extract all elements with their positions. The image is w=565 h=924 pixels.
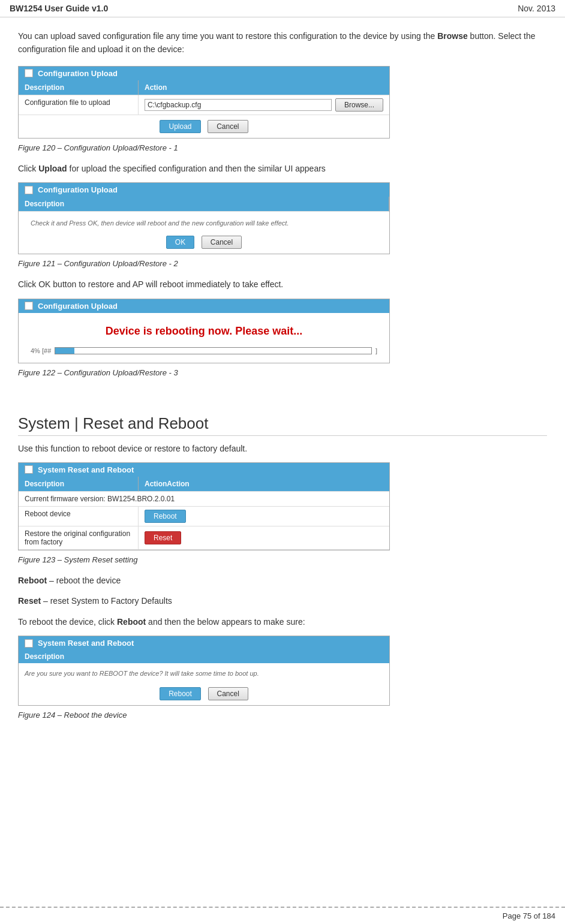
reset-label-text: Reset – reset System to Factory Defaults xyxy=(18,594,547,607)
figure-123-box: System Reset and Reboot Description Acti… xyxy=(18,462,390,550)
reboot-message: Device is rebooting now. Please wait... xyxy=(19,313,389,344)
figure-123-header-row: Description ActionAction xyxy=(19,477,389,492)
click-upload-text: Click Upload for upload the specified co… xyxy=(18,162,547,175)
progress-end: ] xyxy=(375,347,377,354)
browse-button[interactable]: Browse... xyxy=(335,98,383,112)
config-icon xyxy=(25,69,33,77)
figure-122-caption: Figure 122 – Configuration Upload/Restor… xyxy=(18,368,547,377)
cancel-button-120[interactable]: Cancel xyxy=(208,120,248,133)
config-icon-121 xyxy=(25,186,33,194)
col-desc-header-123: Description xyxy=(19,477,139,492)
fig123-reboot-action: Reboot xyxy=(139,507,389,526)
progress-bar: 4% [## ] xyxy=(31,347,377,354)
section-heading: System | Reset and Reboot xyxy=(18,414,547,436)
system-icon-123 xyxy=(25,465,33,474)
col-desc-header: Description xyxy=(19,80,139,95)
col-action-header-123: ActionAction xyxy=(139,477,389,492)
section-intro: Use this function to reboot device or re… xyxy=(18,442,547,455)
page-header: BW1254 User Guide v1.0 Nov. 2013 xyxy=(0,0,565,17)
progress-bar-inner xyxy=(55,348,74,354)
figure-120-row1: Configuration file to upload C:\cfgbacku… xyxy=(19,95,389,115)
figure-124-header: System Reset and Reboot xyxy=(19,636,389,650)
figure-121-check-row: Check it and Press OK, then device will … xyxy=(19,212,389,231)
figure-120-header: Configuration Upload xyxy=(19,67,389,80)
reboot-confirm-message: Are you sure you want to REBOOT the devi… xyxy=(25,670,259,677)
page-footer: Page 75 of 184 xyxy=(0,907,565,924)
fig120-file-path[interactable]: C:\cfgbackup.cfg xyxy=(145,99,332,111)
fig120-action: C:\cfgbackup.cfg Browse... xyxy=(139,95,389,115)
figure-121-caption: Figure 121 – Configuration Upload/Restor… xyxy=(18,259,547,268)
reboot-button-124[interactable]: Reboot xyxy=(160,687,201,700)
document-date: Nov. 2013 xyxy=(518,4,555,13)
figure-123-row1: Current firmware version: BW1254.BRO.2.0… xyxy=(19,492,389,507)
figure-120-header-row: Description Action xyxy=(19,80,389,95)
col-action-header: Action xyxy=(139,80,389,95)
reboot-instruction-text: To reboot the device, click Reboot and t… xyxy=(18,615,547,628)
ok-button[interactable]: OK xyxy=(166,236,194,249)
check-message: Check it and Press OK, then device will … xyxy=(25,215,294,231)
document-title: BW1254 User Guide v1.0 xyxy=(10,4,108,13)
fig123-reboot-desc: Reboot device xyxy=(19,507,139,526)
fig123-firmware: Current firmware version: BW1254.BRO.2.0… xyxy=(19,492,389,507)
progress-label: 4% [## xyxy=(31,347,51,354)
progress-area: 4% [## ] xyxy=(19,344,389,363)
figure-122-header: Configuration Upload xyxy=(19,299,389,313)
cancel-button-121[interactable]: Cancel xyxy=(202,236,242,249)
figure-121-header-row: Description xyxy=(19,197,389,212)
system-icon-124 xyxy=(25,639,33,648)
page-info: Page 75 of 184 xyxy=(503,911,555,920)
figure-121-header: Configuration Upload xyxy=(19,183,389,197)
figure-120-buttons: Upload Cancel xyxy=(19,115,389,138)
figure-123-header: System Reset and Reboot xyxy=(19,463,389,477)
fig120-desc: Configuration file to upload xyxy=(19,95,139,115)
figure-123-caption: Figure 123 – System Reset setting xyxy=(18,555,547,564)
config-icon-122 xyxy=(25,302,33,310)
cancel-button-124[interactable]: Cancel xyxy=(208,687,248,700)
col-desc-header-121: Description xyxy=(19,197,389,212)
reset-button-123[interactable]: Reset xyxy=(145,531,181,544)
figure-124-buttons: Reboot Cancel xyxy=(19,682,389,705)
upload-button[interactable]: Upload xyxy=(160,120,200,133)
figure-122-box: Configuration Upload Device is rebooting… xyxy=(18,299,390,363)
fig123-reset-action: Reset xyxy=(139,526,389,550)
figure-120-caption: Figure 120 – Configuration Upload/Restor… xyxy=(18,143,547,152)
figure-123-row3: Restore the original configuration from … xyxy=(19,526,389,550)
figure-124-header-row: Description xyxy=(19,650,389,663)
figure-124-caption: Figure 124 – Reboot the device xyxy=(18,711,547,720)
reboot-label-text: Reboot – reboot the device xyxy=(18,574,547,587)
figure-123-row2: Reboot device Reboot xyxy=(19,507,389,526)
fig123-reset-desc: Restore the original configuration from … xyxy=(19,526,139,550)
figure-124-box: System Reset and Reboot Description Are … xyxy=(18,636,390,706)
figure-124-confirm-row: Are you sure you want to REBOOT the devi… xyxy=(19,663,389,682)
intro-paragraph: You can upload saved configuration file … xyxy=(18,29,547,56)
reboot-button-123[interactable]: Reboot xyxy=(145,510,186,523)
figure-121-box: Configuration Upload Description Check i… xyxy=(18,182,390,254)
progress-bar-outer xyxy=(55,347,372,354)
figure-121-buttons: OK Cancel xyxy=(19,231,389,254)
col-desc-header-124: Description xyxy=(19,650,389,663)
figure-120-box: Configuration Upload Description Action … xyxy=(18,66,390,139)
page-content: You can upload saved configuration file … xyxy=(0,17,565,765)
click-ok-text: Click OK button to restore and AP will r… xyxy=(18,278,547,291)
